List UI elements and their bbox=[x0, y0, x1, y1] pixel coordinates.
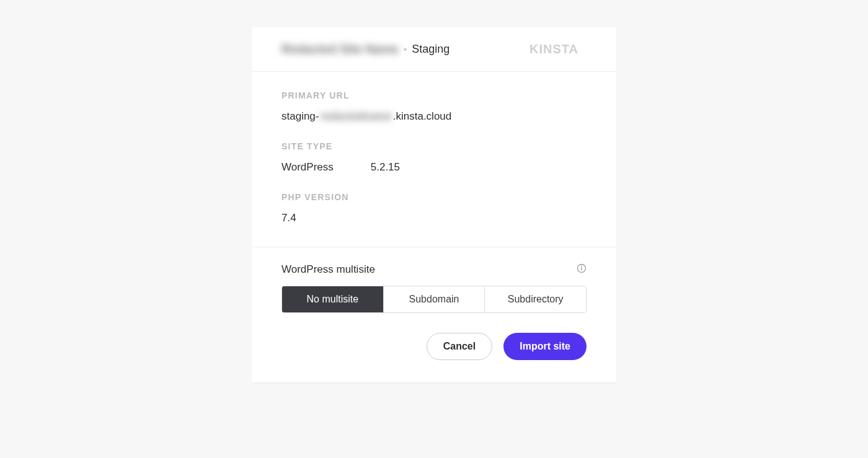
svg-rect-3 bbox=[581, 268, 582, 271]
import-site-card: Redacted Site Name • Staging KINSTA PRIM… bbox=[252, 27, 616, 382]
primary-url-redacted: redactedname bbox=[320, 110, 391, 123]
kinsta-logo-icon: KINSTA bbox=[529, 43, 587, 56]
segment-no-multisite[interactable]: No multisite bbox=[282, 286, 384, 312]
segment-subdirectory[interactable]: Subdirectory bbox=[485, 286, 586, 312]
card-footer: Cancel Import site bbox=[252, 333, 616, 382]
site-title-wrap: Redacted Site Name • Staging bbox=[281, 42, 450, 56]
svg-point-2 bbox=[581, 266, 582, 267]
multisite-section: WordPress multisite No multisite Subdoma… bbox=[252, 247, 616, 333]
primary-url-label: PRIMARY URL bbox=[281, 90, 587, 100]
segment-subdomain[interactable]: Subdomain bbox=[384, 286, 485, 312]
primary-url-suffix: .kinsta.cloud bbox=[393, 110, 452, 123]
card-body: PRIMARY URL staging- redactedname .kinst… bbox=[252, 72, 616, 247]
svg-text:KINSTA: KINSTA bbox=[529, 43, 578, 56]
environment-label: Staging bbox=[412, 43, 450, 56]
site-type-value: WordPress 5.2.15 bbox=[281, 161, 587, 174]
site-type-label: SITE TYPE bbox=[281, 141, 587, 151]
primary-url-prefix: staging- bbox=[281, 110, 319, 123]
info-icon[interactable] bbox=[577, 263, 587, 276]
site-type-platform: WordPress bbox=[281, 161, 334, 174]
multisite-title: WordPress multisite bbox=[281, 263, 375, 276]
site-name-redacted: Redacted Site Name bbox=[281, 42, 399, 56]
primary-url-value: staging- redactedname .kinsta.cloud bbox=[281, 110, 587, 123]
import-site-button[interactable]: Import site bbox=[503, 333, 587, 360]
multisite-head: WordPress multisite bbox=[281, 263, 587, 276]
cancel-button[interactable]: Cancel bbox=[427, 333, 492, 360]
site-type-version: 5.2.15 bbox=[371, 161, 400, 174]
multisite-segmented: No multisite Subdomain Subdirectory bbox=[281, 286, 587, 313]
separator-dot: • bbox=[404, 44, 407, 55]
card-header: Redacted Site Name • Staging KINSTA bbox=[252, 27, 616, 72]
php-version-label: PHP VERSION bbox=[281, 192, 587, 202]
kinsta-logo: KINSTA bbox=[529, 43, 587, 56]
php-version-value: 7.4 bbox=[281, 212, 587, 224]
